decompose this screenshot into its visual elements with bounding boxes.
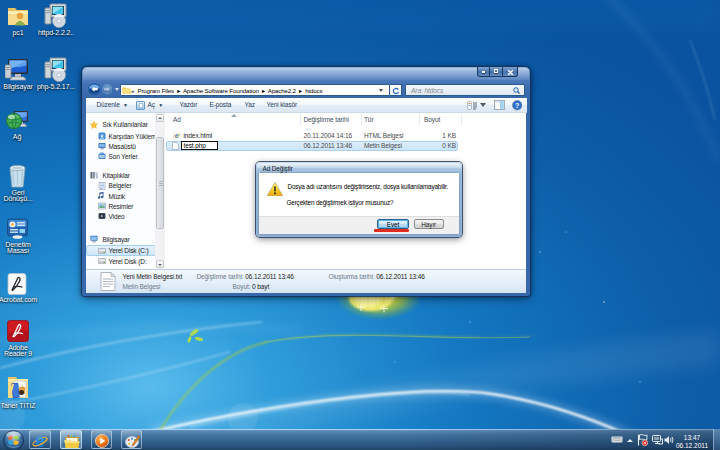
svg-text:e: e: [175, 132, 179, 140]
svg-text:?: ?: [515, 102, 519, 110]
svg-text:e: e: [35, 433, 45, 449]
